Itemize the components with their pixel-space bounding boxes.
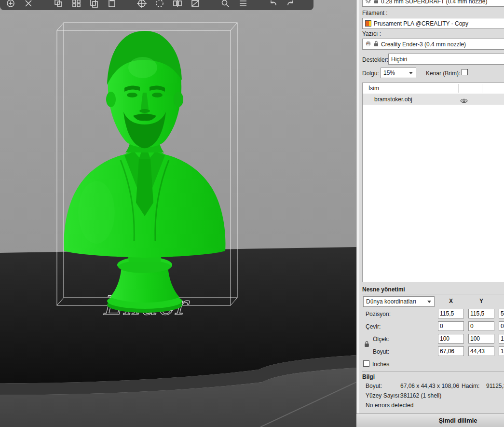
chevron-down-icon <box>427 301 431 303</box>
info-size-value: 67,06 x 44,43 x 108,06 <box>400 383 459 389</box>
uniform-scale-lock-icon[interactable] <box>364 341 369 349</box>
position-label: Pozisyon: <box>366 311 391 317</box>
supports-combo[interactable]: Hiçbiri <box>388 54 504 65</box>
info-volume-label: Hacim: <box>462 383 479 389</box>
size-y-field[interactable] <box>468 346 494 356</box>
size-z-field[interactable] <box>499 346 504 356</box>
cut-icon[interactable] <box>154 0 165 10</box>
lock-icon <box>374 41 379 48</box>
split-parts-icon[interactable] <box>190 0 201 10</box>
settings-panel: 0.28 mm SUPERDRAFT (0.4 mm nozzle) Filam… <box>359 0 504 427</box>
print-preset-value: 0.28 mm SUPERDRAFT (0.4 mm nozzle) <box>381 0 488 5</box>
infill-value: 15% <box>383 69 395 76</box>
info-volume-value: 91125,3 <box>486 383 504 389</box>
position-z-field[interactable] <box>499 309 504 318</box>
position-y-field[interactable] <box>468 309 494 318</box>
position-x-field[interactable] <box>438 309 464 318</box>
variable-layer-height-icon[interactable] <box>237 0 249 10</box>
inches-label: Inches <box>372 361 389 368</box>
infill-label: Dolgu: <box>362 70 379 77</box>
chevron-down-icon <box>409 72 413 74</box>
printer-icon <box>365 41 371 48</box>
coordinate-system-value: Dünya koordinatları <box>366 298 416 305</box>
printer-preset-combo[interactable]: Creality Ender-3 (0.4 mm nozzle) <box>362 39 504 50</box>
column-divider <box>482 84 482 93</box>
printer-preset-value: Creality Ender-3 (0.4 mm nozzle) <box>381 41 466 48</box>
object-list: İsim bramstoker.obj <box>362 83 504 282</box>
slicer-window: Ender <box>0 0 504 427</box>
info-size-label: Boyut: <box>366 383 382 389</box>
filament-preset-value: Prusament PLA @CREALITY - Copy <box>374 20 468 27</box>
y-column-header: Y <box>468 298 494 304</box>
x-column-header: X <box>438 298 464 304</box>
paste-icon[interactable] <box>106 0 118 10</box>
redo-icon[interactable] <box>285 0 297 10</box>
infill-combo[interactable]: 15% <box>381 68 416 78</box>
print-preset-combo[interactable]: 0.28 mm SUPERDRAFT (0.4 mm nozzle) <box>362 0 504 7</box>
scale-x-field[interactable] <box>438 334 464 344</box>
scene-canvas[interactable]: Ender <box>0 0 356 427</box>
size-x-field[interactable] <box>438 346 464 356</box>
print-bed: Ender <box>0 247 356 427</box>
rotate-z-field[interactable] <box>499 321 504 331</box>
slice-now-button[interactable]: Şimdi dilimle <box>356 413 504 427</box>
rotate-x-field[interactable] <box>438 321 464 331</box>
scale-y-field[interactable] <box>468 334 494 344</box>
visibility-eye-icon[interactable] <box>460 96 468 102</box>
filament-color-swatch <box>365 20 371 27</box>
object-row[interactable]: bramstoker.obj <box>363 94 504 105</box>
name-column-header: İsim <box>368 85 379 92</box>
delete-icon[interactable] <box>23 0 34 10</box>
printer-label: Yazıcı : <box>362 30 381 37</box>
place-on-bed-icon[interactable] <box>136 0 148 10</box>
separator <box>362 371 504 372</box>
add-icon[interactable] <box>5 0 16 10</box>
inches-checkbox[interactable] <box>363 360 369 367</box>
copy-icon[interactable] <box>88 0 100 10</box>
filament-preset-combo[interactable]: Prusament PLA @CREALITY - Copy <box>362 18 504 29</box>
scale-label: Ölçek: <box>373 336 389 343</box>
object-list-header: İsim <box>363 83 504 94</box>
info-facets-label: Yüzey Sayısı: <box>366 392 401 399</box>
brim-label: Kenar (Brim): <box>426 70 460 77</box>
viewport-3d[interactable]: Ender <box>0 0 356 427</box>
coordinate-system-combo[interactable]: Dünya koordinatları <box>363 296 435 307</box>
delete-all-icon[interactable] <box>53 0 64 10</box>
lock-icon <box>374 0 379 5</box>
size-label: Boyut: <box>373 348 389 355</box>
column-divider <box>458 84 459 93</box>
object-name: bramstoker.obj <box>363 96 412 103</box>
gear-icon <box>365 0 371 5</box>
filament-label: Filament : <box>362 10 388 16</box>
supports-label: Destekler: <box>362 56 388 63</box>
scale-z-field[interactable] <box>499 334 504 344</box>
arrange-icon[interactable] <box>70 0 82 10</box>
rotate-label: Çevir: <box>366 323 381 330</box>
supports-value: Hiçbiri <box>391 56 407 63</box>
top-toolbar <box>0 0 313 10</box>
split-objects-icon[interactable] <box>172 0 183 10</box>
separator <box>362 294 504 294</box>
info-title: Bilgi <box>362 373 375 380</box>
info-errors-text: No errors detected <box>366 402 413 409</box>
rotate-y-field[interactable] <box>468 321 494 331</box>
manipulation-title: Nesne yönetimi <box>362 286 405 293</box>
undo-icon[interactable] <box>267 0 279 10</box>
info-facets-value: 381162 (1 shell) <box>400 392 441 399</box>
brim-checkbox[interactable] <box>462 69 468 75</box>
search-icon[interactable] <box>219 0 231 10</box>
